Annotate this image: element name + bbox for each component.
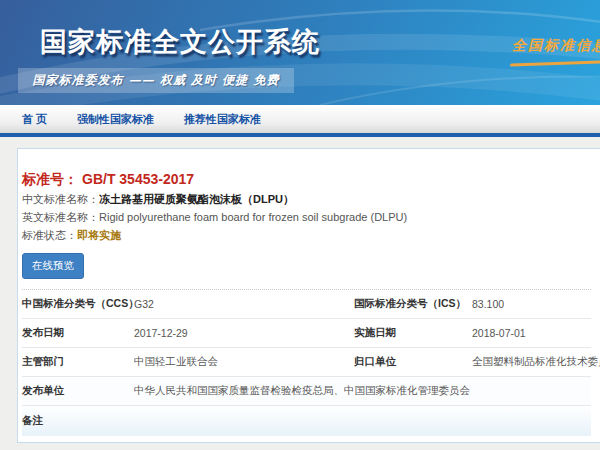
standard-number-value: GB/T 35453-2017 xyxy=(82,171,194,187)
committee-label: 归口单位 xyxy=(354,355,472,369)
english-name-label: 英文标准名称： xyxy=(22,211,99,223)
online-preview-button[interactable]: 在线预览 xyxy=(22,253,84,279)
english-name-value: Rigid polyurethane foam board for frozen… xyxy=(99,211,407,223)
platform-slogan-link[interactable]: 全国标准信息公 xyxy=(512,37,600,59)
ics-label: 国际标准分类号（ICS） xyxy=(354,297,472,311)
status-label: 标准状态： xyxy=(22,229,77,241)
site-subtitle: 国家标准委发布 —— 权威 及时 便捷 免费 xyxy=(18,68,294,93)
page-body: 标准号：GB/T 35453-2017 中文标准名称：冻土路基用硬质聚氨酯泡沫板… xyxy=(0,137,600,450)
publisher-label: 发布单位 xyxy=(22,384,134,398)
chinese-name-row: 中文标准名称：冻土路基用硬质聚氨酯泡沫板（DLPU） xyxy=(22,191,591,208)
ics-value: 83.100 xyxy=(472,298,591,310)
ccs-label: 中国标准分类号（CCS） xyxy=(22,297,134,311)
table-row-dates: 发布日期 2017-12-29 实施日期 2018-07-01 xyxy=(22,319,591,348)
publisher-value: 中华人民共和国国家质量监督检验检疫总局、中国国家标准化管理委员会 xyxy=(134,384,591,398)
status-badge: 即将实施 xyxy=(77,229,121,241)
standard-name-fields: 中文标准名称：冻土路基用硬质聚氨酯泡沫板（DLPU） 英文标准名称：Rigid … xyxy=(22,191,591,244)
english-name-row: 英文标准名称：Rigid polyurethane foam board for… xyxy=(22,209,591,226)
main-navigation: 首 页 强制性国家标准 推荐性国家标准 xyxy=(0,105,600,133)
standard-detail-card: 标准号：GB/T 35453-2017 中文标准名称：冻土路基用硬质聚氨酯泡沫板… xyxy=(17,148,600,443)
standard-number-label: 标准号： xyxy=(22,171,78,187)
nav-item-home[interactable]: 首 页 xyxy=(22,112,47,127)
remarks-label: 备注 xyxy=(22,414,134,428)
table-row-departments: 主管部门 中国轻工业联合会 归口单位 全国塑料制品标准化技术委员会 xyxy=(22,348,591,377)
authority-label: 主管部门 xyxy=(22,355,134,369)
table-row-publisher: 发布单位 中华人民共和国国家质量监督检验检疫总局、中国国家标准化管理委员会 xyxy=(22,377,591,406)
chinese-name-label: 中文标准名称： xyxy=(22,193,99,205)
authority-value: 中国轻工业联合会 xyxy=(134,355,354,369)
publish-date-label: 发布日期 xyxy=(22,326,134,340)
table-row-classification: 中国标准分类号（CCS） G32 国际标准分类号（ICS） 83.100 xyxy=(22,290,591,319)
status-row: 标准状态：即将实施 xyxy=(22,227,591,244)
header-banner: 国家标准全文公开系统 国家标准委发布 —— 权威 及时 便捷 免费 全国标准信息… xyxy=(0,0,600,105)
committee-value: 全国塑料制品标准化技术委员会 xyxy=(472,355,600,369)
nav-item-recommended-standards[interactable]: 推荐性国家标准 xyxy=(184,112,261,127)
standard-number-heading: 标准号：GB/T 35453-2017 xyxy=(22,149,591,189)
implement-date-label: 实施日期 xyxy=(354,326,472,340)
ccs-value: G32 xyxy=(134,298,354,310)
standard-metadata-table: 中国标准分类号（CCS） G32 国际标准分类号（ICS） 83.100 发布日… xyxy=(22,290,591,436)
nav-item-mandatory-standards[interactable]: 强制性国家标准 xyxy=(77,112,154,127)
chinese-name-value: 冻土路基用硬质聚氨酯泡沫板（DLPU） xyxy=(99,193,294,205)
implement-date-value: 2018-07-01 xyxy=(472,327,591,339)
table-row-remarks: 备注 xyxy=(22,406,591,436)
publish-date-value: 2017-12-29 xyxy=(134,327,354,339)
site-title: 国家标准全文公开系统 xyxy=(40,24,320,60)
